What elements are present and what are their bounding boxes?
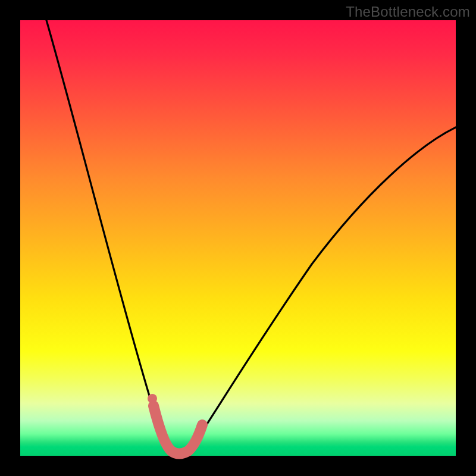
highlight-dot [148,394,157,403]
watermark-text: TheBottleneck.com [346,4,470,20]
bottleneck-curve [46,20,456,453]
curve-layer [20,20,456,456]
chart-frame: TheBottleneck.com [0,0,476,476]
highlight-band [154,406,202,454]
